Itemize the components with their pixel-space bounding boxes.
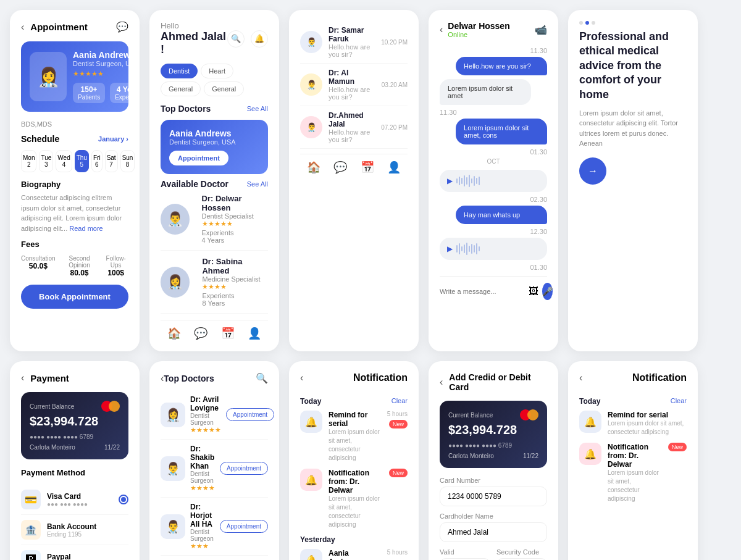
appointment-btn-3[interactable]: Appointment <box>220 520 268 533</box>
notif-icon-1: 🔔 <box>300 411 322 433</box>
card-balance: $23,994.728 <box>30 414 120 428</box>
day-fri[interactable]: Fri6 <box>91 150 103 172</box>
time-1130: 11.30 <box>440 47 547 54</box>
notification-header: ‹ Notification <box>300 372 408 383</box>
search-button[interactable]: 🔍 <box>227 30 245 48</box>
next-button[interactable]: → <box>579 157 606 185</box>
bank-icon: 🏦 <box>21 520 41 540</box>
time-0130: 01.30 <box>440 148 547 156</box>
notif2-item-1: 🔔 Remind for serial Lorem ipsum dolor si… <box>579 411 687 437</box>
payment-visa[interactable]: 💳 Visa Card ●●● ●●● ●●●● <box>21 485 128 515</box>
tag-general1[interactable]: General <box>161 81 201 96</box>
book-appointment-button[interactable]: Book Appointment <box>21 285 128 309</box>
balance-label: Current Balance <box>30 403 74 410</box>
fee-followup: Follow-Ups 100$ <box>103 255 128 277</box>
top-doctors-label: Top Doctors <box>161 104 211 114</box>
add-card-header: ‹ Add Credid or Debit Card <box>440 372 547 392</box>
video-call-icon[interactable]: 📹 <box>535 24 547 36</box>
day-wed[interactable]: Wed4 <box>56 150 72 172</box>
appointment-button[interactable]: Appointment <box>169 151 228 165</box>
day-mon[interactable]: Mon2 <box>21 150 36 172</box>
fees-title: Fees <box>21 240 128 249</box>
payment-title: Payment <box>30 373 69 383</box>
message-item-1[interactable]: 👨‍⚕️ Dr: Samar Faruk Hello.how are you s… <box>300 21 408 64</box>
cardholder-input[interactable] <box>440 522 547 542</box>
payment-paypal[interactable]: 🅿 Paypal Try.paypal@gml.com <box>21 545 128 560</box>
message-icon[interactable]: 💬 <box>116 21 128 33</box>
chat-contact-name: Delwar Hossen <box>448 21 509 31</box>
doctor-avatar: 👩‍⚕️ <box>30 52 67 101</box>
tag-dentist[interactable]: Dentist <box>161 64 198 78</box>
advice-body: Lorem ipsum dolor sit amet, consectetur … <box>579 108 687 149</box>
card-number-label: Card Number <box>440 477 547 484</box>
payment-back-button[interactable]: ‹ <box>21 372 24 383</box>
top-docs-title: Top Doctors <box>164 374 214 383</box>
top-doc-avatar-3: 👨‍⚕️ <box>161 514 185 539</box>
day-sun[interactable]: Sun8 <box>120 150 135 172</box>
notification-button[interactable]: 🔔 <box>251 30 268 48</box>
chat-card: ‹ Delwar Hossen Online 📹 11.30 Hello.how… <box>429 10 558 351</box>
messages-bottom-nav: 🏠 💬 📅 👤 <box>300 154 408 174</box>
nav-home-2[interactable]: 🏠 <box>307 161 320 174</box>
add-card-back[interactable]: ‹ <box>440 377 443 388</box>
notif2-back[interactable]: ‹ <box>579 372 582 383</box>
nav-profile-2[interactable]: 👤 <box>387 161 401 174</box>
read-more-link[interactable]: Read more <box>69 225 103 232</box>
top-doctors-list-card: ‹ Top Doctors 🔍 👩‍⚕️ Dr: Avril Lovigne D… <box>149 361 279 560</box>
nav-profile[interactable]: 👤 <box>248 327 261 340</box>
clear-2-button[interactable]: Clear <box>671 397 687 404</box>
see-all-top[interactable]: See All <box>247 105 268 112</box>
nav-chat[interactable]: 💬 <box>194 327 207 340</box>
schedule-nav[interactable]: January › <box>98 135 128 143</box>
payment-bank[interactable]: 🏦 Bank Account Ending 1195 <box>21 515 128 545</box>
top-doc-avatar-2: 👨‍⚕️ <box>161 456 185 481</box>
bio-text: Consectetur adipiscing elitrem ipsum dol… <box>21 193 128 233</box>
appointment-detail-card: ‹ Appointment 💬 👩‍⚕️ Aania Andrews Denti… <box>10 10 140 351</box>
dot-1 <box>579 21 583 25</box>
voice-record-icon[interactable]: 🎤 <box>542 283 553 300</box>
top-doctor-row-4: 👨‍⚕️ Dr: Belkan Bradradars Dentist Surge… <box>161 556 268 560</box>
available-doctor-2: 👩‍⚕️ Dr: Sabina Ahmed Medicine Specialis… <box>161 257 268 314</box>
day-tue[interactable]: Tue3 <box>39 150 53 172</box>
day-thu[interactable]: Thu5 <box>75 150 89 172</box>
image-attach-icon[interactable]: 🖼 <box>529 286 538 297</box>
card-number-input[interactable] <box>440 487 547 506</box>
notif-back-button[interactable]: ‹ <box>300 372 303 383</box>
time-0130-2: 01.30 <box>440 264 547 271</box>
nav-chat-2[interactable]: 💬 <box>333 161 347 174</box>
tag-heart[interactable]: Heart <box>201 64 233 78</box>
fees-row: Consultation 50.0$ Second Opinion 80.0$ … <box>21 255 128 277</box>
payment-method-title: Payment Method <box>21 468 128 477</box>
see-all-available[interactable]: See All <box>247 180 268 188</box>
visa-radio[interactable] <box>119 495 128 504</box>
notif-item-3: 🔔 Aania Andrews Lorem ipsum dolor sit am… <box>300 549 408 560</box>
fee-consultation: Consultation 50.0$ <box>21 255 56 277</box>
today-section: Today <box>300 397 321 406</box>
clear-button[interactable]: Clear <box>391 397 408 404</box>
chat-back-button[interactable]: ‹ <box>440 24 443 35</box>
message-input[interactable] <box>440 288 525 295</box>
msg-avatar-1: 👨‍⚕️ <box>300 31 322 53</box>
notification-title: Notification <box>353 372 408 383</box>
date-sep: OCT <box>440 158 547 165</box>
nav-home[interactable]: 🏠 <box>167 327 181 340</box>
cardholder-label: Cardholder Name <box>440 512 547 520</box>
msg-avatar-3: 👨‍⚕️ <box>300 116 322 138</box>
search-icon[interactable]: 🔍 <box>256 372 268 384</box>
tag-general2[interactable]: General <box>204 81 244 96</box>
top-doctor-row-3: 👨‍⚕️ Dr: Horjot Ali HA Dentist Surgeon ★… <box>161 498 268 556</box>
time-1230: 12.30 <box>440 228 547 235</box>
carousel-dots <box>579 21 687 25</box>
back-button[interactable]: ‹ <box>21 22 24 33</box>
message-item-2[interactable]: 👨‍⚕️ Dr: Al Mamun Hello.how are you sir?… <box>300 64 408 106</box>
play-button-1[interactable]: ▶ <box>447 177 453 185</box>
day-sat[interactable]: Sat7 <box>105 150 118 172</box>
appointment-btn-2[interactable]: Appointment <box>220 462 268 475</box>
doctor-stars: ★★★★★ <box>73 70 140 78</box>
appointment-btn-1[interactable]: Appointment <box>226 408 274 421</box>
nav-calendar[interactable]: 📅 <box>221 327 235 340</box>
play-button-2[interactable]: ▶ <box>447 244 453 253</box>
nav-calendar-2[interactable]: 📅 <box>361 161 374 174</box>
bottom-navigation: 🏠 💬 📅 👤 <box>161 320 268 340</box>
message-item-3[interactable]: 👨‍⚕️ Dr.Ahmed Jalal Hello.how are you si… <box>300 106 408 149</box>
